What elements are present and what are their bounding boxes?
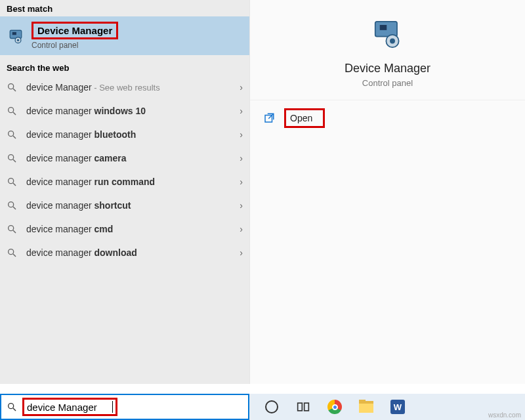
preview-pane: Device Manager Control panel Open — [249, 0, 525, 384]
svg-line-17 — [13, 230, 16, 233]
chevron-right-icon: › — [240, 200, 243, 211]
svg-point-12 — [9, 178, 14, 184]
chevron-right-icon: › — [240, 224, 243, 234]
svg-line-19 — [13, 254, 16, 257]
web-result-item[interactable]: device manager download › — [0, 241, 249, 264]
preview-subtitle: Control panel — [250, 78, 525, 88]
watermark: wsxdn.com — [488, 411, 521, 419]
device-manager-icon-large — [369, 16, 406, 52]
svg-point-16 — [9, 226, 14, 231]
chevron-right-icon: › — [240, 177, 243, 187]
svg-rect-1 — [12, 32, 16, 34]
svg-rect-27 — [298, 403, 303, 411]
web-result-item[interactable]: device manager cmd › — [0, 217, 249, 241]
search-icon — [7, 129, 17, 140]
svg-line-26 — [13, 408, 16, 411]
svg-point-14 — [9, 202, 14, 207]
web-result-text: device manager camera — [26, 153, 240, 163]
web-result-text: device Manager - See web results — [26, 82, 240, 93]
svg-point-10 — [9, 155, 14, 160]
svg-point-3 — [17, 39, 20, 41]
cortana-icon[interactable] — [264, 399, 280, 415]
web-result-item[interactable]: device manager shortcut › — [0, 194, 249, 217]
search-icon — [7, 106, 17, 116]
highlight-box: Open — [284, 108, 325, 128]
web-result-text: device manager download — [26, 247, 240, 258]
web-result-text: device manager bluetooth — [26, 129, 240, 140]
file-explorer-icon[interactable] — [358, 399, 374, 415]
chevron-right-icon: › — [240, 247, 243, 258]
task-view-icon[interactable] — [295, 399, 311, 415]
svg-rect-28 — [304, 403, 309, 411]
search-icon — [7, 402, 17, 412]
taskbar: W — [249, 394, 525, 420]
svg-point-18 — [9, 249, 14, 255]
best-match-header: Best match — [0, 0, 249, 16]
web-result-text: device manager shortcut — [26, 200, 240, 211]
web-result-text: device manager cmd — [26, 224, 240, 234]
svg-point-6 — [9, 108, 14, 113]
best-match-subtitle: Control panel — [32, 41, 118, 50]
svg-rect-21 — [379, 25, 387, 30]
highlight-box — [22, 398, 117, 416]
search-icon — [7, 200, 17, 211]
search-input[interactable] — [27, 402, 112, 413]
svg-point-8 — [9, 131, 14, 136]
open-action[interactable]: Open — [250, 100, 525, 136]
search-bar[interactable] — [0, 394, 249, 420]
preview-title: Device Manager — [250, 62, 525, 75]
search-icon — [7, 247, 17, 258]
highlight-box: Device Manager — [32, 22, 118, 39]
best-match-item[interactable]: Device Manager Control panel — [0, 16, 249, 55]
svg-line-7 — [13, 112, 16, 115]
chevron-right-icon: › — [240, 106, 243, 116]
text-cursor — [112, 401, 113, 413]
search-icon — [7, 153, 17, 163]
chevron-right-icon: › — [240, 129, 243, 140]
search-web-header: Search the web — [0, 59, 249, 75]
svg-line-11 — [13, 159, 16, 162]
web-result-text: device manager windows 10 — [26, 106, 240, 116]
svg-line-9 — [13, 136, 16, 138]
svg-point-25 — [9, 404, 14, 409]
web-result-item[interactable]: device manager run command › — [0, 170, 249, 194]
svg-point-4 — [9, 84, 14, 89]
chrome-icon[interactable] — [327, 399, 343, 415]
search-icon — [7, 224, 17, 234]
svg-point-23 — [390, 39, 395, 44]
svg-line-5 — [13, 89, 16, 91]
search-icon — [7, 177, 17, 187]
web-result-item[interactable]: device manager camera › — [0, 146, 249, 170]
web-result-item[interactable]: device Manager - See web results › — [0, 75, 249, 99]
open-label: Open — [290, 113, 312, 123]
chevron-right-icon: › — [240, 153, 243, 163]
web-result-item[interactable]: device manager bluetooth › — [0, 123, 249, 146]
search-icon — [7, 82, 17, 93]
svg-line-15 — [13, 207, 16, 209]
chevron-right-icon: › — [240, 82, 243, 93]
web-result-text: device manager run command — [26, 177, 240, 187]
search-results-pane: Best match Device Manager Control panel … — [0, 0, 249, 384]
best-match-title: Device Manager — [37, 25, 112, 36]
device-manager-icon — [7, 27, 25, 45]
word-icon[interactable]: W — [390, 399, 406, 415]
open-icon — [263, 112, 275, 124]
web-result-item[interactable]: device manager windows 10 › — [0, 99, 249, 123]
svg-line-13 — [13, 183, 16, 186]
web-results-list: device Manager - See web results › devic… — [0, 75, 249, 384]
